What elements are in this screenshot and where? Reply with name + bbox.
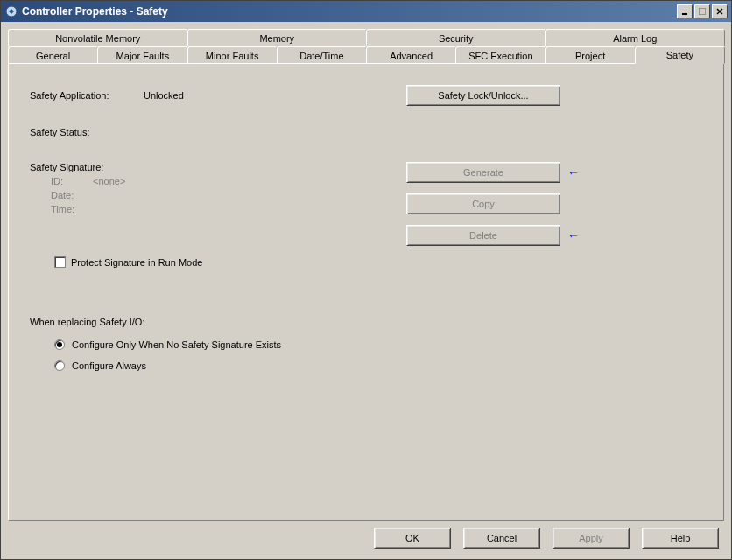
replace-io-label: When replacing Safety I/O: [30, 317, 702, 327]
ok-button[interactable]: OK [374, 528, 451, 549]
arrow-icon: ← [567, 165, 580, 179]
tab-panel: Nonvolatile Memory Memory Security Alarm… [8, 29, 724, 521]
signature-time-label: Time: [51, 204, 93, 214]
safety-lock-unlock-button[interactable]: Safety Lock/Unlock... [406, 85, 560, 106]
tab-minor-faults[interactable]: Minor Faults [187, 46, 278, 64]
maximize-button[interactable] [694, 4, 710, 18]
signature-id-label: ID: [51, 176, 93, 186]
tab-major-faults[interactable]: Major Faults [97, 46, 187, 64]
tab-nonvolatile-memory[interactable]: Nonvolatile Memory [8, 29, 188, 46]
safety-application-value: Unlocked [144, 90, 371, 101]
copy-button[interactable]: Copy [406, 193, 560, 214]
content: Nonvolatile Memory Memory Security Alarm… [1, 22, 731, 559]
app-icon [4, 4, 18, 18]
safety-application-label: Safety Application: [30, 90, 144, 101]
safety-status-label: Safety Status: [30, 127, 89, 137]
window-title: Controller Properties - Safety [22, 5, 675, 18]
arrow-icon: ← [567, 228, 580, 242]
tab-advanced[interactable]: Advanced [366, 46, 456, 64]
minimize-button[interactable] [677, 4, 693, 18]
tab-sfc-execution[interactable]: SFC Execution [455, 46, 545, 64]
safety-signature-label: Safety Signature: [30, 162, 406, 172]
tabrow-upper: Nonvolatile Memory Memory Security Alarm… [8, 29, 724, 46]
tab-project[interactable]: Project [545, 46, 636, 64]
signature-date-label: Date: [51, 190, 93, 200]
apply-button[interactable]: Apply [553, 528, 630, 549]
radio-configure-always-label: Configure Always [72, 360, 146, 371]
help-button[interactable]: Help [642, 528, 719, 549]
tabrow-lower: General Major Faults Minor Faults Date/T… [8, 46, 724, 64]
tab-alarm-log[interactable]: Alarm Log [545, 29, 726, 46]
tab-safety[interactable]: Safety [635, 46, 725, 64]
protect-signature-checkbox[interactable] [54, 256, 66, 268]
tab-memory[interactable]: Memory [187, 29, 368, 46]
protect-signature-label: Protect Signature in Run Mode [71, 257, 202, 268]
tab-security[interactable]: Security [366, 29, 546, 46]
tab-body-safety: Safety Application: Unlocked Safety Lock… [8, 63, 724, 521]
dialog-buttons: OK Cancel Apply Help [8, 521, 724, 552]
tab-date-time[interactable]: Date/Time [277, 46, 367, 64]
tab-general[interactable]: General [8, 46, 98, 64]
window-buttons [675, 4, 728, 18]
radio-configure-only[interactable] [54, 340, 65, 350]
signature-id-value: <none> [93, 176, 125, 186]
window: Controller Properties - Safety Nonvolati… [0, 0, 732, 560]
svg-rect-1 [682, 13, 687, 15]
titlebar: Controller Properties - Safety [1, 1, 731, 22]
radio-configure-only-label: Configure Only When No Safety Signature … [72, 340, 281, 350]
close-button[interactable] [712, 4, 728, 18]
cancel-button[interactable]: Cancel [463, 528, 540, 549]
delete-button[interactable]: Delete [406, 225, 560, 246]
radio-configure-always[interactable] [54, 360, 65, 371]
generate-button[interactable]: Generate [406, 162, 560, 183]
svg-rect-2 [699, 8, 706, 15]
